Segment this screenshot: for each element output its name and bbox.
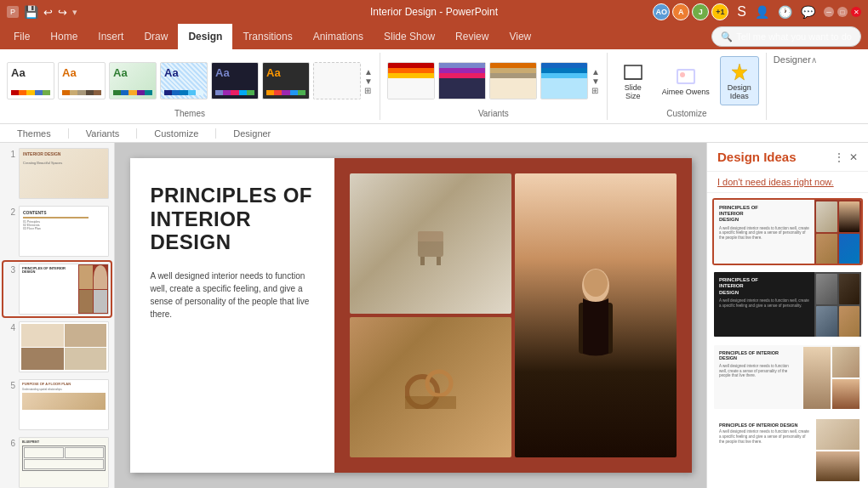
svg-rect-6 [418,240,443,257]
idea-photo-3a [803,347,831,410]
idea-title-4: PRINCIPLES OF INTERIOR DESIGN [719,423,809,428]
search-bar[interactable]: 🔍 Tell me what you want to do [711,26,861,47]
variant-4[interactable] [540,62,588,99]
design-idea-3[interactable]: PRINCIPLES OF INTERIOR DESIGN A well des… [712,343,863,411]
search-placeholder: Tell me what you want to do [736,31,852,42]
slide-item-6[interactable]: 6 BLUEPRINT [3,435,111,488]
undo-btn[interactable]: ↩ [43,6,53,19]
format-background-btn[interactable]: Aimee Owens [655,61,717,100]
design-idea-1[interactable]: PRINCIPLES OFINTERIORDESIGN A well desig… [712,198,863,265]
idea-text-1: A well designed interior needs to functi… [719,226,809,241]
theme-2[interactable]: Aa [58,62,106,99]
idea-photo-1b [839,201,860,232]
tab-transitions[interactable]: Transitions [232,24,302,49]
idea-right-1 [814,200,861,265]
avatar-1: AO [653,3,670,20]
idea-left-2: PRINCIPLES OFINTERIORDESIGN A well desig… [714,272,814,338]
format-background-icon [674,65,698,88]
slide-size-btn[interactable]: SlideSize [614,57,652,105]
idea-photo-4b [816,451,859,482]
section-labels: Themes Variants Customize Designer [0,124,868,143]
window-title: Interior Design - PowerPoint [370,6,498,18]
slide-body: A well designed interior needs to functi… [151,270,314,321]
design-idea-2[interactable]: PRINCIPLES OFINTERIORDESIGN A well desig… [712,270,863,338]
tab-animations[interactable]: Animations [303,24,374,49]
slide-item-4[interactable]: 4 [3,320,111,374]
skype-icon[interactable]: S [737,4,746,20]
idea-photo-2a [816,274,837,304]
svg-rect-9 [418,231,443,241]
slide-item-2[interactable]: 2 CONTENTS 01 Principles 02 Elements 03 … [3,204,111,258]
history-icon[interactable]: 🕐 [778,5,792,19]
idea-thumb-4: PRINCIPLES OF INTERIOR DESIGN A well des… [714,417,861,483]
theme-4[interactable]: Aa [160,62,208,99]
ribbon-content: Aa Aa [0,49,868,124]
tab-draw[interactable]: Draw [134,24,178,49]
theme-5[interactable]: Aa [211,62,259,99]
title-bar: P 💾 ↩ ↪ ▾ Interior Design - PowerPoint A… [0,0,868,24]
slide-canvas[interactable]: PRINCIPLES OF INTERIOR DESIGN A well des… [130,158,692,473]
idea-photo-2c [816,306,837,337]
svg-rect-7 [420,257,425,265]
theme-3[interactable]: Aa [109,62,157,99]
variants-section-label: Variants [69,128,138,139]
themes-scroll[interactable]: ▲ ▼ ⊞ [364,67,373,95]
share-icon[interactable]: 👤 [755,5,769,19]
slide-item-3[interactable]: 3 PRINCIPLES OF INTERIOR DESIGN [3,262,111,316]
tab-view[interactable]: View [499,24,541,49]
slide-item-5[interactable]: 5 PURPOSE OF A FLOOR PLAN Understanding … [3,377,111,432]
close-btn[interactable]: ✕ [851,7,861,17]
design-ideas-label: DesignIdeas [728,84,751,101]
idea-photo-1c [816,234,837,264]
design-ideas-btn[interactable]: DesignIdeas [720,56,759,105]
variant-1[interactable] [387,62,435,99]
title-bar-right: AO A J +1 S 👤 🕐 💬 ─ □ ✕ [653,3,861,20]
save-btn[interactable]: 💾 [24,5,38,19]
idea-thumb-1: PRINCIPLES OFINTERIORDESIGN A well desig… [714,200,861,265]
idea-photo-2b [839,274,860,304]
photo-grid [350,173,677,457]
panel-close-btn[interactable]: ✕ [849,151,858,163]
design-panel-title: Design Ideas [717,150,797,164]
idea-left-4: PRINCIPLES OF INTERIOR DESIGN A well des… [714,417,814,483]
dismiss-link[interactable]: I don't need ideas right now. [707,172,868,193]
svg-point-4 [680,72,685,77]
designer-collapse[interactable]: ∧ [811,55,817,65]
svg-marker-5 [732,64,747,80]
theme-7[interactable] [313,62,361,99]
idea-left-3: PRINCIPLES OF INTERIOR DESIGN A well des… [714,345,802,411]
idea-right-2 [814,272,861,338]
idea-title-2: PRINCIPLES OFINTERIORDESIGN [719,277,809,296]
customize-label: Customize [614,107,759,118]
design-panel-header: Design Ideas ⋮ ✕ [707,143,868,172]
slide-size-icon [621,60,645,84]
avatar-3: J [692,3,709,20]
redo-btn[interactable]: ↪ [58,6,67,19]
theme-6[interactable]: Aa [262,62,310,99]
variants-label: Variants [387,107,600,118]
design-panel: Design Ideas ⋮ ✕ I don't need ideas righ… [706,143,868,488]
tab-review[interactable]: Review [445,24,499,49]
tab-file[interactable]: File [3,24,40,49]
idea-photo-3b [832,347,859,377]
idea-text-4: A well designed interior needs to functi… [719,429,809,445]
designer-label: Designer [774,54,811,65]
tab-slideshow[interactable]: Slide Show [374,24,445,49]
window-controls[interactable]: ─ □ ✕ [824,7,861,17]
tab-insert[interactable]: Insert [88,24,134,49]
idea-photos-3b [832,347,859,410]
idea-right-3 [802,345,861,411]
variant-2[interactable] [438,62,486,99]
slide-item-1[interactable]: 1 INTERIOR DESIGN Creating Beautiful Spa… [3,146,111,201]
powerpoint-icon: P [7,6,19,18]
variants-scroll[interactable]: ▲ ▼ ⊞ [591,67,600,95]
comment-icon[interactable]: 💬 [801,5,815,19]
tab-design[interactable]: Design [178,24,232,49]
minimize-btn[interactable]: ─ [824,7,834,17]
tab-home[interactable]: Home [40,24,88,49]
variant-3[interactable] [489,62,537,99]
maximize-btn[interactable]: □ [837,7,848,17]
design-idea-4[interactable]: PRINCIPLES OF INTERIOR DESIGN A well des… [712,416,863,483]
theme-1[interactable]: Aa [7,62,54,99]
panel-info-btn[interactable]: ⋮ [834,151,844,163]
